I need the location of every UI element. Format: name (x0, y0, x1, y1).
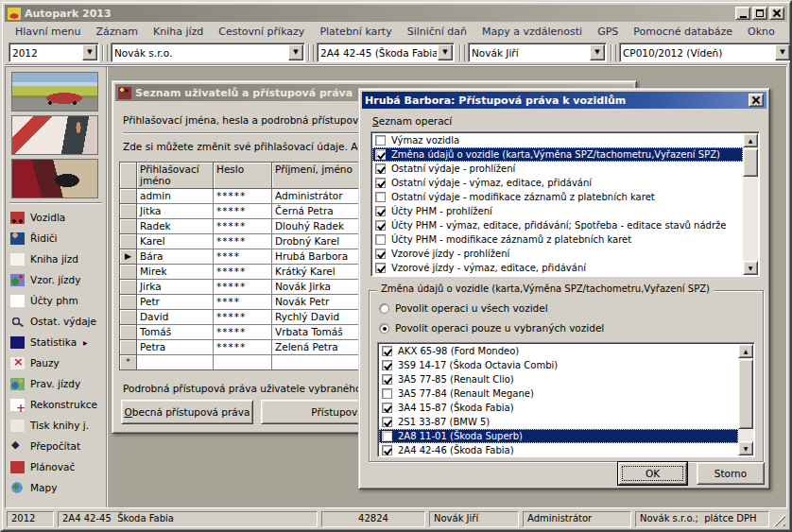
row-selector[interactable] (120, 325, 137, 340)
menu-item-okno[interactable]: Okno (741, 24, 782, 40)
operation-item[interactable]: Vzorové jízdy - prohlížení (372, 247, 743, 261)
dialog-titlebar[interactable]: Hrubá Barbora: Přístupová práva k vozidl… (362, 92, 766, 109)
menu-item-hlavni-menu[interactable]: Hlavní menu (9, 24, 88, 40)
row-selector[interactable] (120, 295, 137, 310)
sidebar-item-ucty-phm[interactable]: Účty phm (6, 290, 106, 311)
table-row[interactable]: Mirek*****Krátký Karel (120, 265, 364, 280)
operation-item[interactable]: Změna údajů o vozidle (karta,Výměna SPZ/… (372, 147, 743, 162)
vehicle-item[interactable]: 2S1 33-87 (BMW 5) (379, 415, 738, 429)
menu-item-cestovni-prikazy[interactable]: Cestovní příkazy (212, 24, 311, 40)
checkbox[interactable] (375, 263, 386, 273)
operation-item[interactable]: Vzorové jízdy - výmaz, editace, přidáván… (372, 261, 743, 275)
table-row[interactable]: Jirka*****Novák Jirka (120, 280, 364, 295)
menu-item-silnicni-dan[interactable]: Silniční daň (401, 24, 473, 40)
operation-item[interactable]: Výmaz vozidla (372, 133, 743, 147)
row-selector[interactable] (120, 310, 137, 325)
sidebar-item-prepocitat[interactable]: Přepočítat (6, 436, 106, 456)
checkbox[interactable] (382, 346, 392, 356)
combo-2a4-42-45-skoda-fabia[interactable]: 2A4 42-45 (Škoda Fabia)▼ (317, 43, 455, 62)
sidebar-item-vozidla[interactable]: Vozidla (6, 207, 106, 228)
ok-button[interactable]: OK (618, 462, 687, 485)
row-selector[interactable] (120, 189, 137, 204)
checkbox[interactable] (375, 234, 386, 245)
vehicle-item[interactable]: 2A4 42-46 (Škoda Fabia) (379, 443, 738, 455)
scroll-thumb[interactable] (743, 148, 758, 177)
sidebar-item-planovac[interactable]: Plánovač (6, 456, 106, 477)
vehicle-item[interactable]: 2A8 11-01 (Škoda Superb) (379, 429, 738, 443)
sidebar-item-vzor-jizdy[interactable]: Vzor. jízdy (6, 269, 106, 290)
combo-dropdown-button[interactable]: ▼ (775, 44, 790, 60)
table-row[interactable]: Jitka*****Černá Petra (120, 204, 364, 219)
radio-selected-vehicles[interactable]: Povolit operaci pouze u vybraných vozide… (379, 322, 604, 334)
checkbox[interactable] (382, 417, 392, 427)
table-row[interactable]: * (120, 355, 364, 370)
menu-item-kniha-jizd[interactable]: Kniha jízd (146, 24, 210, 40)
table-row[interactable]: David*****Rychlý David (120, 310, 364, 325)
operation-item[interactable]: Účty PHM - prohlížení (372, 204, 743, 218)
sidebar-item-rekonstrukce[interactable]: Rekonstrukce (6, 394, 106, 415)
table-row[interactable]: Petr****Novák Petr (120, 295, 364, 310)
car-photo[interactable] (11, 72, 98, 112)
row-selector[interactable] (120, 340, 137, 355)
sidebar-item-prav-jizdy[interactable]: Prav. jízdy (6, 373, 106, 394)
table-row[interactable]: Radek*****Dlouhý Radek (120, 219, 364, 234)
operation-item[interactable]: Ostatní výdaje - výmaz, editace, přidává… (372, 176, 743, 190)
sidebar-item-mapy[interactable]: Mapy (6, 477, 106, 498)
checkbox[interactable] (375, 178, 386, 188)
fuel-photo[interactable] (11, 159, 98, 198)
vehicle-item[interactable]: 3S9 14-17 (Škoda Octavia Combi) (379, 358, 738, 372)
checkbox[interactable] (375, 249, 386, 259)
menu-item-mapy-a-vzdalenosti[interactable]: Mapy a vzdálenosti (475, 24, 589, 40)
checkbox[interactable] (382, 445, 392, 455)
combo-dropdown-button[interactable]: ▼ (590, 44, 605, 60)
sidebar-item-pauzy[interactable]: Pauzy (6, 352, 106, 373)
close-button[interactable] (769, 7, 784, 20)
sidebar-item-kniha-jizd[interactable]: Kniha jízd (6, 249, 106, 269)
operation-item[interactable]: Ostatní výdaje - modifikace záznamů z pl… (372, 190, 743, 204)
checkbox[interactable] (375, 220, 386, 231)
sidebar-item-ridici[interactable]: Řidiči (6, 228, 106, 249)
menu-item-pomocne-databaze[interactable]: Pomocné databáze (627, 24, 739, 40)
operation-item[interactable]: Účty PHM - výmaz, editace, přidávání; Sp… (372, 218, 743, 232)
checkbox[interactable] (382, 403, 392, 413)
operation-item[interactable]: Ostatní výdaje - prohlížení (372, 162, 743, 176)
scroll-up-icon[interactable]: ▲ (738, 344, 753, 358)
checkbox[interactable] (382, 360, 392, 370)
scroll-down-icon[interactable]: ▼ (743, 261, 758, 275)
operations-scrollbar[interactable]: ▲ ▼ (743, 133, 758, 275)
row-selector[interactable]: * (120, 355, 137, 370)
row-selector[interactable]: ▶ (120, 249, 137, 265)
main-titlebar[interactable]: Autopark 2013 (5, 5, 787, 22)
table-row[interactable]: Karel*****Drobný Karel (120, 234, 364, 249)
combo-novak-s-r-o[interactable]: Novák s.r.o.▼ (111, 43, 305, 62)
table-row[interactable]: Tomáš*****Vrbata Tomáš (120, 325, 364, 340)
travel-photo[interactable] (11, 115, 98, 155)
menu-item-zaznam[interactable]: Záznam (90, 24, 145, 40)
vehicle-item[interactable]: 3A4 15-87 (Škoda Fabia) (379, 401, 738, 415)
row-selector[interactable] (120, 265, 137, 280)
sidebar-item-statistika[interactable]: Statistika▶ (6, 332, 106, 352)
combo-dropdown-button[interactable]: ▼ (438, 44, 453, 60)
menu-item-platebni-karty[interactable]: Platební karty (313, 24, 398, 40)
combo-dropdown-button[interactable]: ▼ (288, 44, 303, 60)
operation-item[interactable]: Účty PHM - modifikace záznamů z platební… (372, 232, 743, 247)
scroll-up-icon[interactable]: ▲ (743, 133, 758, 147)
checkbox[interactable] (375, 135, 386, 146)
combo-dropdown-button[interactable]: ▼ (82, 44, 97, 60)
resize-grip[interactable] (773, 514, 785, 526)
radio-all-vehicles[interactable]: Povolit operaci u všech vozidel (379, 302, 548, 314)
scroll-down-icon[interactable]: ▼ (738, 441, 753, 455)
row-selector[interactable] (120, 204, 137, 219)
combo-novak-jiri[interactable]: Novák Jiří▼ (468, 43, 607, 62)
maximize-button[interactable] (752, 7, 767, 20)
vehicles-scrollbar[interactable]: ▲ ▼ (738, 344, 753, 455)
storno-button[interactable]: Storno (697, 462, 765, 485)
scroll-thumb[interactable] (738, 359, 753, 429)
checkbox[interactable] (382, 374, 392, 385)
vehicle-item[interactable]: 3A5 77-85 (Renault Clio) (379, 372, 738, 386)
combo-cp010-2012-viden[interactable]: CP010/2012 (Vídeň)▼ (619, 43, 792, 62)
table-row[interactable]: admin*****Administrátor (120, 189, 364, 204)
row-selector[interactable] (120, 219, 137, 234)
table-row[interactable]: ▶Bára****Hrubá Barbora (120, 249, 364, 265)
dialog-close-button[interactable] (749, 94, 764, 107)
